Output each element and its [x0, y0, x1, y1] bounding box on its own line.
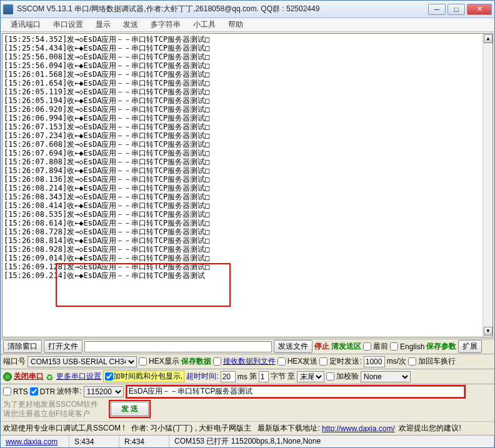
send-file-button[interactable]: 发送文件: [274, 340, 312, 353]
timed-send-checkbox[interactable]: [319, 357, 328, 366]
ms-label: ms: [238, 372, 248, 381]
recv-to-file-label[interactable]: 接收数据到文件: [223, 356, 276, 367]
send-button[interactable]: 发 送: [111, 402, 149, 416]
toolbar-row-2: 端口号 COM153 USB-SERIAL CH340 HEX显示 保存数据 接…: [1, 354, 494, 369]
log-line: [15:26:08.814]收←◆EsDA应用－－串口转TCP服务器测试□: [4, 236, 491, 245]
maximize-button[interactable]: □: [448, 4, 465, 15]
menu-help[interactable]: 帮助: [222, 18, 249, 31]
hex-display-checkbox[interactable]: [139, 357, 147, 366]
log-line: [15:25:54.434]收←◆EsDA应用－－串口转TCP服务器测试□: [4, 44, 491, 52]
timestamp-label: 加时间戳和分包显示,: [113, 371, 182, 382]
log-line: [15:26:09.128]发→◇EsDA应用－－串口转TCP服务器测试□: [4, 262, 491, 271]
hex-send-label: HEX发送: [288, 356, 318, 367]
recv-to-file-checkbox[interactable]: [213, 357, 221, 366]
scroll-down-icon[interactable]: ▼: [484, 327, 492, 336]
log-line: [15:26:05.119]发→◇EsDA应用－－串口转TCP服务器测试□: [4, 87, 491, 96]
log-line: [15:25:56.094]收←◆EsDA应用－－串口转TCP服务器测试□: [4, 61, 491, 70]
byte-label-2: 字节 至: [271, 371, 295, 382]
interval-unit: ms/次: [387, 356, 406, 367]
log-line: [15:25:54.352]发→◇EsDA应用－－串口转TCP服务器测试□: [4, 35, 491, 44]
close-port-button[interactable]: 关闭串口: [14, 371, 44, 382]
log-line: [15:26:08.214]收←◆EsDA应用－－串口转TCP服务器测试□: [4, 184, 491, 192]
menu-tools[interactable]: 小工具: [187, 18, 222, 31]
baud-select[interactable]: 115200: [84, 386, 124, 397]
menu-port[interactable]: 通讯端口: [4, 18, 47, 31]
dtr-checkbox[interactable]: [30, 387, 38, 396]
hex-send-checkbox[interactable]: [278, 357, 286, 366]
rts-label: RTS: [13, 387, 28, 396]
rts-checkbox[interactable]: [3, 387, 11, 396]
log-line: [15:26:01.568]发→◇EsDA应用－－串口转TCP服务器测试□: [4, 70, 491, 79]
port-select[interactable]: COM153 USB-SERIAL CH340: [28, 356, 137, 367]
clear-send-button[interactable]: 清发送区: [331, 341, 361, 352]
welcome-text-1: 欢迎使用专业串口调试工具SSCOM !: [3, 423, 125, 434]
topmost-checkbox[interactable]: [363, 342, 371, 351]
log-line: [15:26:09.214]收←◆EsDA应用－－串口转TCP服务器测试: [4, 271, 491, 280]
log-line: [15:26:07.234]收←◆EsDA应用－－串口转TCP服务器测试□: [4, 131, 491, 140]
scrollbar-vertical[interactable]: ▲ ▼: [482, 34, 492, 337]
download-link[interactable]: http://www.daxia.com/: [322, 424, 395, 433]
log-line: [15:26:07.894]收←◆EsDA应用－－串口转TCP服务器测试□: [4, 166, 491, 175]
clear-window-button[interactable]: 清除窗口: [3, 340, 42, 353]
file-path-input[interactable]: [84, 341, 272, 352]
menu-serial-settings[interactable]: 串口设置: [47, 18, 89, 31]
log-line: [15:26:07.153]发→◇EsDA应用－－串口转TCP服务器测试□: [4, 122, 491, 131]
minimize-button[interactable]: ─: [428, 4, 446, 15]
menu-send[interactable]: 发送: [117, 18, 144, 31]
timestamp-checkbox[interactable]: [105, 372, 113, 381]
footer-line-1: 为了更好地发展SSCOM软件: [3, 400, 106, 409]
toolbar-row-1: 清除窗口 打开文件 发送文件 停止 清发送区 最前 English 保存参数 扩…: [1, 339, 494, 354]
scroll-up-icon[interactable]: ▲: [484, 34, 492, 43]
welcome-text-2: 作者: 习小猛(丁丁) , 大虾电子网版主: [131, 423, 252, 434]
expand-button[interactable]: 扩展: [458, 340, 482, 353]
footer-welcome: 欢迎使用专业串口调试工具SSCOM ! 作者: 习小猛(丁丁) , 大虾电子网版…: [1, 421, 494, 435]
stop-button[interactable]: 停止: [314, 341, 329, 352]
check-select[interactable]: None: [361, 371, 411, 382]
baud-label: 波特率:: [57, 386, 81, 397]
menu-display[interactable]: 显示: [89, 18, 117, 31]
close-button[interactable]: ✕: [467, 4, 492, 15]
more-settings-button[interactable]: 更多串口设置: [56, 371, 101, 382]
welcome-text-4: 欢迎提出您的建议!: [399, 423, 461, 434]
timeout-input[interactable]: [221, 371, 236, 382]
send-text-input[interactable]: [127, 386, 464, 397]
log-line: [15:26:08.136]发→◇EsDA应用－－串口转TCP服务器测试□: [4, 175, 491, 184]
log-line: [15:26:08.614]收←◆EsDA应用－－串口转TCP服务器测试□: [4, 219, 491, 227]
status-recv: R:434: [119, 436, 169, 447]
log-line: [15:26:07.808]发→◇EsDA应用－－串口转TCP服务器测试□: [4, 157, 491, 166]
log-line: [15:26:08.343]发→◇EsDA应用－－串口转TCP服务器测试□: [4, 192, 491, 201]
save-data-button[interactable]: 保存数据: [181, 356, 211, 367]
refresh-icon[interactable]: ♻: [46, 372, 54, 381]
tail-select[interactable]: 末尾: [297, 371, 324, 382]
log-line: [15:25:56.008]发→◇EsDA应用－－串口转TCP服务器测试□: [4, 52, 491, 61]
dtr-label: DTR: [40, 387, 56, 396]
app-icon: [3, 4, 13, 14]
hex-display-label: HEX显示: [149, 356, 179, 367]
log-line: [15:26:07.694]收←◆EsDA应用－－串口转TCP服务器测试□: [4, 149, 491, 157]
interval-input[interactable]: [364, 356, 385, 367]
titlebar: SSCOM V5.13.1 串口/网络数据调试器,作者:大虾丁丁,2618058…: [1, 1, 494, 18]
english-label: English: [400, 342, 424, 351]
toolbar-row-4: RTS DTR 波特率: 115200: [1, 384, 494, 399]
log-line: [15:26:08.414]收←◆EsDA应用－－串口转TCP服务器测试□: [4, 201, 491, 210]
add-check-checkbox[interactable]: [326, 372, 334, 381]
log-line: [15:26:01.654]收←◆EsDA应用－－串口转TCP服务器测试□: [4, 79, 491, 87]
menubar: 通讯端口 串口设置 显示 发送 多字符串 小工具 帮助: [1, 18, 494, 32]
status-sent: S:434: [69, 436, 119, 447]
footer-info: 为了更好地发展SSCOM软件 请您注册嘉立创F结尾客户 发 送: [1, 399, 494, 421]
open-file-button[interactable]: 打开文件: [44, 340, 82, 353]
add-crlf-label: 加回车换行: [418, 356, 456, 367]
status-port: COM153 已打开 115200bps,8,1,None,None: [169, 436, 494, 447]
log-area[interactable]: ▲ ▼ [15:25:54.352]发→◇EsDA应用－－串口转TCP服务器测试…: [2, 33, 493, 337]
english-checkbox[interactable]: [390, 342, 398, 351]
port-label: 端口号: [3, 356, 26, 367]
footer-line-2: 请您注册嘉立创F结尾客户: [3, 409, 106, 419]
save-params-button[interactable]: 保存参数: [426, 341, 456, 352]
status-link[interactable]: www.daxia.com: [6, 437, 58, 446]
log-line: [15:26:08.728]发→◇EsDA应用－－串口转TCP服务器测试□: [4, 227, 491, 236]
byte-num-input[interactable]: [259, 371, 269, 382]
add-crlf-checkbox[interactable]: [408, 357, 416, 366]
window-title: SSCOM V5.13.1 串口/网络数据调试器,作者:大虾丁丁,2618058…: [17, 4, 428, 14]
menu-multistring[interactable]: 多字符串: [144, 18, 187, 31]
port-status-icon: [3, 372, 12, 381]
